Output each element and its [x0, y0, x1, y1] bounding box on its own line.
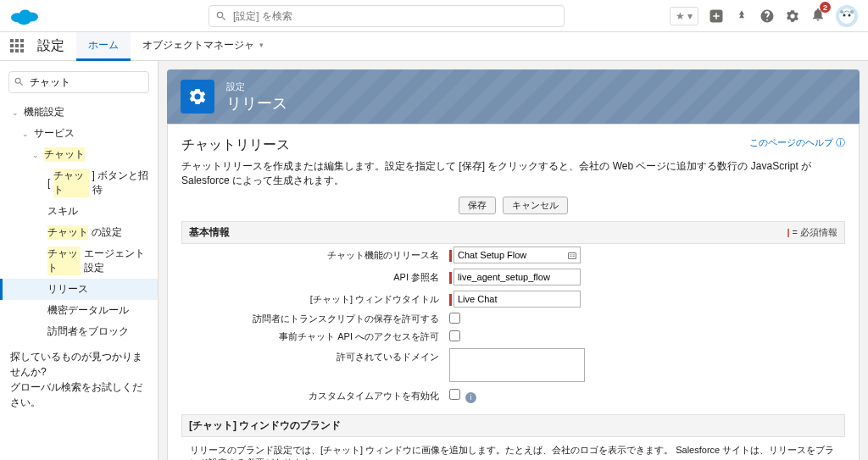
- app-launcher-icon[interactable]: [10, 39, 25, 54]
- allowed-domains-textarea[interactable]: [449, 348, 585, 382]
- prechat-api-checkbox[interactable]: [449, 330, 460, 341]
- required-legend: | = 必須情報: [787, 226, 837, 239]
- tab-object-manager-label: オブジェクトマネージャ: [142, 38, 254, 53]
- svg-rect-13: [570, 256, 572, 257]
- no-results-line1: 探しているものが見つかりませんか?: [10, 349, 147, 380]
- info-icon[interactable]: i: [465, 392, 476, 403]
- no-results-line2: グローバル検索をお試しください。: [10, 380, 147, 410]
- save-button[interactable]: 保存: [459, 197, 496, 214]
- header-utilities: ★ ▾ 2: [670, 5, 858, 27]
- search-icon: [215, 10, 227, 22]
- section-window-brand: [チャット] ウィンドウのブランド: [181, 414, 845, 437]
- tree-label: チャット: [47, 247, 81, 275]
- svg-point-7: [843, 14, 846, 16]
- section-basic-info: 基本情報 | = 必須情報: [181, 221, 845, 244]
- api-name-label: API 参照名: [181, 266, 444, 288]
- tree-chat-agent-settings[interactable]: チャットエージェント設定: [0, 243, 158, 279]
- tree-release[interactable]: リリース: [0, 279, 158, 300]
- tree-label: サービス: [34, 126, 75, 141]
- tree-service[interactable]: ⌄サービス: [0, 123, 158, 144]
- chevron-down-icon: ▾: [259, 41, 264, 49]
- lookup-icon[interactable]: [567, 251, 577, 261]
- custom-timeout-label: カスタムタイムアウトを有効化: [181, 386, 444, 406]
- svg-point-9: [840, 10, 843, 14]
- section-window-brand-title: [チャット] ウィンドウのブランド: [189, 418, 341, 433]
- brand-description: リリースのブランド設定では、[チャット] ウィンドウに画像を追加します。たとえば…: [190, 444, 837, 460]
- prechat-api-label: 事前チャット API へのアクセスを許可: [181, 328, 444, 346]
- quick-find-input[interactable]: [8, 71, 149, 93]
- tree-skills[interactable]: スキル: [0, 201, 158, 222]
- svg-rect-11: [569, 253, 576, 259]
- api-name-input[interactable]: [453, 269, 581, 285]
- tree-chat-buttons[interactable]: [チャット] ボタンと招待: [0, 165, 158, 201]
- transcript-checkbox[interactable]: [449, 313, 460, 324]
- avatar[interactable]: [836, 5, 858, 27]
- tree-label: [: [47, 177, 50, 189]
- setup-sidebar: ⌄機能設定 ⌄サービス ⌄チャット [チャット] ボタンと招待 スキル チャット…: [0, 61, 159, 460]
- required-mark-icon: [449, 294, 452, 306]
- tree-label: チャット: [44, 147, 85, 162]
- page-help-link[interactable]: このページのヘルプ: [749, 136, 845, 149]
- card-description: チャットリリースを作成または編集します。設定を指定して [保存] をクリックする…: [181, 159, 845, 188]
- content-area: 設定 リリース このページのヘルプ チャットリリース チャットリリースを作成また…: [159, 61, 868, 460]
- salesforce-logo: [10, 6, 39, 26]
- tree-label: 機能設定: [24, 105, 64, 119]
- release-name-input[interactable]: [453, 247, 581, 263]
- svg-point-3: [17, 14, 31, 25]
- setup-tree: ⌄機能設定 ⌄サービス ⌄チャット [チャット] ボタンと招待 スキル チャット…: [0, 102, 158, 342]
- transcript-label: 訪問者にトランスクリプトの保存を許可する: [181, 310, 444, 328]
- tree-chat[interactable]: ⌄チャット: [0, 144, 158, 165]
- quick-find-wrap: [8, 71, 149, 93]
- tree-label: エージェント設定: [84, 247, 149, 275]
- page-header-text: 設定 リリース: [226, 80, 287, 114]
- global-search-wrap: [209, 5, 565, 27]
- required-mark-icon: [449, 250, 452, 262]
- global-header: ★ ▾ 2: [0, 0, 868, 32]
- tree-confidential-rules[interactable]: 機密データルール: [0, 300, 158, 321]
- page-header-gear-icon: [181, 80, 214, 114]
- add-icon[interactable]: [709, 8, 724, 24]
- tree-label: チャット: [53, 169, 88, 197]
- tree-block-visitors[interactable]: 訪問者をブロック: [0, 321, 158, 342]
- svg-rect-15: [573, 256, 576, 257]
- tab-object-manager[interactable]: オブジェクトマネージャ ▾: [131, 32, 275, 61]
- notifications[interactable]: 2: [810, 7, 826, 25]
- global-search-input[interactable]: [209, 5, 565, 27]
- svg-point-8: [849, 14, 851, 16]
- page-eyebrow: 設定: [226, 80, 287, 93]
- app-title: 設定: [37, 37, 64, 55]
- required-mark-icon: [449, 272, 452, 284]
- action-button-row: 保存 キャンセル: [181, 197, 845, 214]
- tree-label: ] ボタンと招待: [92, 169, 149, 197]
- section-basic-info-title: 基本情報: [189, 225, 230, 240]
- help-icon[interactable]: [760, 8, 775, 24]
- context-bar: 設定 ホーム オブジェクトマネージャ ▾: [0, 32, 868, 61]
- settings-gear-icon[interactable]: [785, 8, 800, 24]
- custom-timeout-checkbox[interactable]: [449, 389, 460, 400]
- tree-label: チャット: [47, 225, 88, 240]
- svg-point-10: [850, 10, 854, 14]
- card-heading: チャットリリース: [181, 136, 845, 154]
- detail-card: このページのヘルプ チャットリリース チャットリリースを作成または編集します。設…: [167, 124, 860, 460]
- release-name-label: チャット機能のリリース名: [181, 244, 444, 266]
- basic-info-form: チャット機能のリリース名 API 参照名 [チャット] ウィンドウタイトル 訪問…: [181, 244, 845, 406]
- no-results-hint: 探しているものが見つかりませんか? グローバル検索をお試しください。: [0, 342, 158, 417]
- brand-section-body: リリースのブランド設定では、[チャット] ウィンドウに画像を追加します。たとえば…: [181, 437, 845, 460]
- trailhead-icon[interactable]: [734, 8, 749, 24]
- svg-rect-14: [573, 255, 576, 256]
- favorites-dropdown[interactable]: ★ ▾: [670, 7, 698, 25]
- svg-rect-12: [570, 255, 572, 256]
- tree-label: の設定: [92, 225, 122, 240]
- cancel-button[interactable]: キャンセル: [503, 197, 568, 214]
- search-icon: [14, 76, 25, 87]
- page-header: 設定 リリース: [167, 69, 860, 124]
- window-title-input[interactable]: [453, 291, 581, 308]
- window-title-label: [チャット] ウィンドウタイトル: [181, 288, 444, 310]
- tree-chat-settings[interactable]: チャットの設定: [0, 222, 158, 243]
- tree-feature-settings[interactable]: ⌄機能設定: [0, 102, 158, 123]
- allowed-domains-label: 許可されているドメイン: [181, 346, 444, 386]
- notification-badge: 2: [820, 2, 831, 13]
- page-title: リリース: [226, 93, 287, 114]
- tab-home[interactable]: ホーム: [76, 32, 131, 61]
